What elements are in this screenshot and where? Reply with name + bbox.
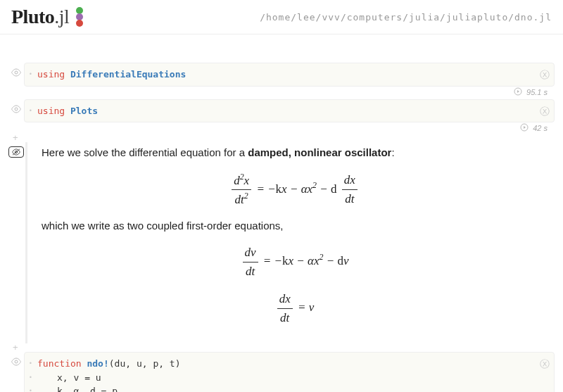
svg-point-9 bbox=[15, 360, 18, 363]
cell-timing: 42 s bbox=[24, 122, 555, 134]
code-cell: ⓧ •using DifferentialEquations 95.1 s bbox=[8, 63, 555, 98]
svg-point-0 bbox=[76, 7, 83, 14]
svg-point-2 bbox=[76, 20, 83, 27]
code-editor[interactable]: ⓧ •function ndo!(du, u, p, t) •x, v = u … bbox=[24, 352, 555, 392]
play-icon[interactable] bbox=[520, 123, 529, 133]
code-cell: ⓧ •using Plots 42 s bbox=[8, 99, 555, 134]
play-icon[interactable] bbox=[514, 87, 522, 97]
logo-text: Pluto.jl bbox=[11, 6, 69, 28]
file-path[interactable]: /home/lee/vvv/computers/julia/juliapluto… bbox=[260, 12, 552, 23]
pluto-logo[interactable]: Pluto.jl bbox=[11, 6, 86, 28]
code-editor[interactable]: ⓧ •using Plots bbox=[24, 99, 555, 123]
app-header: Pluto.jl /home/lee/vvv/computers/julia/j… bbox=[0, 0, 563, 34]
equation: d2xdt2 = −kx − αx2 − d dxdt bbox=[42, 171, 548, 208]
svg-point-1 bbox=[76, 13, 83, 20]
code-editor[interactable]: ⓧ •using DifferentialEquations bbox=[24, 63, 555, 87]
svg-point-5 bbox=[15, 108, 18, 110]
markdown-output: Here we solve the differential equation … bbox=[25, 142, 555, 343]
cell-timing: 95.1 s bbox=[24, 87, 555, 98]
code-cell: ⓧ •function ndo!(du, u, p, t) •x, v = u … bbox=[8, 352, 555, 392]
markdown-cell: Here we solve the differential equation … bbox=[8, 142, 555, 343]
eye-icon[interactable] bbox=[11, 356, 22, 369]
add-cell-button[interactable]: + bbox=[8, 135, 555, 142]
eye-icon[interactable] bbox=[11, 103, 22, 116]
add-cell-button[interactable]: + bbox=[8, 345, 555, 352]
pluto-circles-icon bbox=[73, 6, 86, 27]
equation: dxdt = v bbox=[42, 290, 548, 327]
eye-icon[interactable] bbox=[11, 67, 22, 80]
equation: dvdt = −kx − αx2 − dv bbox=[42, 244, 548, 280]
notebook: ⓧ •using DifferentialEquations 95.1 s ⓧ … bbox=[0, 34, 563, 392]
svg-point-3 bbox=[15, 71, 18, 74]
eye-hidden-icon[interactable] bbox=[8, 146, 24, 158]
